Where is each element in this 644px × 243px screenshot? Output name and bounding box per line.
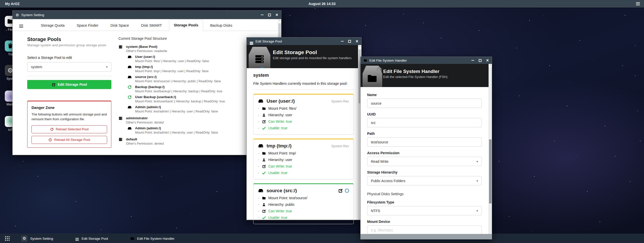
fsh-property: Hierarchy: user [268,158,292,162]
list-icon [75,236,79,241]
clock-label: August 26 14:33 [308,2,335,6]
folder-icon [367,73,377,84]
storage-hierarchy-dropdown[interactable]: Public Access Folders ▾ [367,176,482,185]
fsh-property: Hierarchy: user [268,113,292,117]
tab-space-finder[interactable]: Space Finder [76,20,99,31]
user-icon [262,203,266,207]
fsh-property: Mount Point: test/source/ [268,196,307,200]
folder-icon [130,236,134,240]
scroll-up-icon[interactable]: ^ [489,64,492,68]
reload-selected-pool-button[interactable]: Reload Selected Pool [31,125,107,133]
chevron-down-icon: ▾ [476,209,478,213]
server-icon [118,45,123,49]
top-bar: My ArOZ August 26 14:33 [0,0,644,8]
system-setting-titlebar[interactable]: ⚙ System Setting × [13,11,281,19]
path-label: Path [367,132,482,136]
topbar-menu-button[interactable] [636,2,640,6]
hdd-icon [127,75,132,79]
banner-title: Edit File System Handler [383,69,492,74]
folder-icon [262,151,266,155]
edit-icon [262,120,266,124]
pool-select-dropdown[interactable]: system ▾ [27,62,111,72]
uuid-field[interactable] [367,118,482,127]
tab-storage-quota[interactable]: Storage Quota [40,20,65,31]
mounted-label: File System Handlers currently mounted i… [253,82,354,86]
check-icon [262,171,266,175]
access-permission-dropdown[interactable]: Read Write ▾ [367,157,482,166]
minimize-icon[interactable] [261,15,264,15]
access-permission-label: Access Permission [367,151,482,155]
pool-detail: Other's Permission: denied [126,142,164,146]
storage-hierarchy-label: Storage Hierarchy [367,170,482,174]
maximize-icon[interactable] [268,14,271,16]
tab-disk-space[interactable]: Disk Space [110,20,130,31]
taskbar-item-label: Edit File System Handler [137,237,175,240]
server-icon [254,54,265,65]
check-icon [262,216,266,220]
sidebar-toggle-button[interactable] [19,25,23,28]
fsh-name: User Backup (userback:/) [135,95,225,99]
edit-fsh-form: Name UUID Path Access Permission Read Wr… [361,87,492,235]
window-title: Edit File System Handler [369,59,407,62]
unmount-icon[interactable] [345,189,349,193]
fsh-property: Mount Point: files/ [268,106,296,110]
fsh-detail: Mount Point: test/userback/ | Hierarchy:… [135,99,225,104]
fsh-property: Usable: true [268,171,287,175]
list-icon [250,42,253,43]
fsh-detail: Mount Point: test/admin/ | Hierarchy: us… [135,109,218,114]
minimize-icon[interactable] [341,41,344,42]
pool-select-label: Select a Storage Pool to edit [27,56,111,60]
scrollbar-thumb[interactable] [489,139,492,204]
taskbar-item-edit-storage-pool[interactable]: Edit Storage Pool [75,236,108,241]
edit-fsh-icon[interactable] [338,188,343,193]
filesystem-type-dropdown[interactable]: NTFS ▾ [367,206,482,215]
tab-backup-disks[interactable]: Backup Disks [210,20,233,31]
banner-graphic [363,66,382,87]
mount-device-field[interactable] [367,225,482,235]
path-field[interactable] [367,137,482,147]
edit-storage-pool-button[interactable]: Edit Storage Pool [27,80,111,89]
divider [27,76,111,76]
tab-storage-pools[interactable]: Storage Pools [169,20,203,31]
fsh-detail: Mount Point: files/ | Hierarchy: user | … [135,59,209,64]
name-field[interactable] [367,99,482,108]
edit-storage-pool-content: system File System Handlers currently mo… [247,68,361,224]
maximize-icon[interactable] [479,59,481,62]
taskbar-item-edit-fsh[interactable]: Edit File System Handler [130,236,175,240]
uuid-label: UUID [367,112,482,116]
grid-icon [5,236,6,237]
filesystem-type-value: NTFS [371,209,380,213]
server-icon [118,116,123,120]
scroll-up-icon[interactable]: ^ [358,45,361,49]
tab-disk-smart[interactable]: Disk SMART [141,20,163,31]
hdd-icon [258,98,264,104]
pool-select-value: system [31,65,42,69]
scrollbar[interactable]: ^ [489,64,492,239]
system-reserved-badge: System Res [331,144,349,148]
edit-storage-pool-button-label: Edit Storage Pool [58,83,87,87]
reload-all-pool-label: Reload All Storage Pool [54,138,90,142]
fsh-card-user: User (user:/) System Res -Mount Point: f… [253,94,354,135]
fsh-property: Usable: true [268,126,287,130]
edit-fsh-titlebar[interactable]: Edit File System Handler × [361,57,492,64]
mount-device-label: Mount Device [367,220,482,224]
hdd-icon [258,188,264,193]
hdd-icon [127,126,132,131]
eject-triangle-decoration [376,66,382,69]
close-icon[interactable]: × [275,13,278,17]
fsh-property: Mount Point: tmp/ [268,151,296,155]
scroll-up-icon[interactable]: ^ [278,19,281,23]
reload-all-pool-button[interactable]: Reload All Storage Pool [31,136,107,144]
system-setting-content: Storage Pools Manage system and permissi… [13,31,281,155]
minimize-icon[interactable] [471,60,474,61]
fsh-property: Usable: true [268,216,287,220]
fsh-property: Can Write: true [268,209,292,213]
maximize-icon[interactable] [348,40,351,43]
close-icon[interactable]: × [486,58,489,63]
taskbar-item-system-setting[interactable]: ⚙ System Setting [21,235,53,242]
filesystem-type-label: Filesystem Type [367,200,482,204]
close-icon[interactable]: × [356,39,358,44]
aroz-brand-label: My ArOZ [5,2,20,6]
app-launcher-button[interactable] [5,236,10,241]
edit-storage-pool-titlebar[interactable]: Edit Storage Pool × [247,37,361,45]
